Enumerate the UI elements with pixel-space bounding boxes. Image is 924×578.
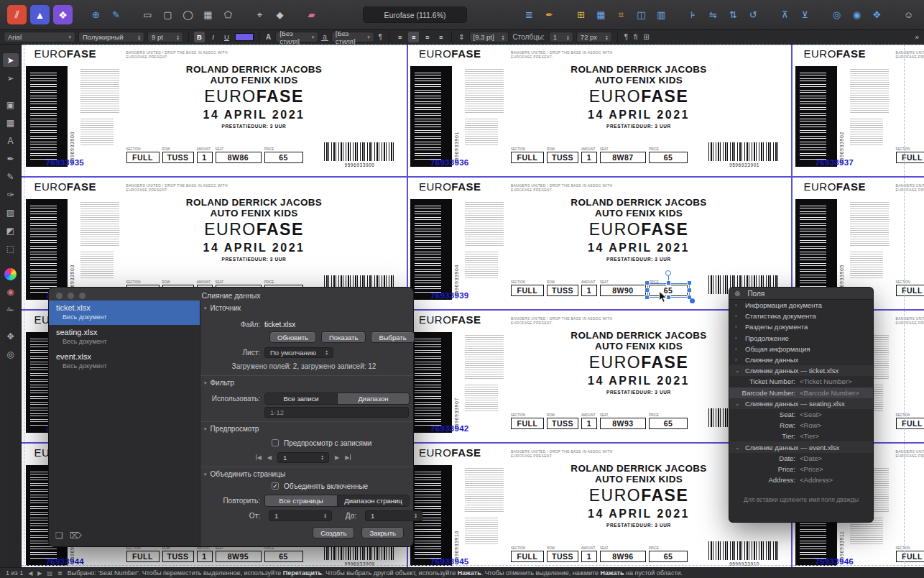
color-wheel-icon[interactable]: ●: [4, 268, 17, 280]
knife-tool[interactable]: ✁: [3, 303, 19, 316]
range-segment[interactable]: Диапазон: [337, 393, 409, 404]
gradient-tool[interactable]: ▨: [3, 206, 19, 219]
field-row[interactable]: Seat: <Seat>: [729, 409, 873, 420]
pan-view-icon[interactable]: ✥: [869, 6, 885, 23]
droplet-icon[interactable]: ◆: [272, 6, 288, 23]
source-item[interactable]: event.xlsx Весь документ: [49, 349, 200, 374]
user-account-icon[interactable]: ☺: [900, 6, 917, 23]
pen-settings-icon[interactable]: ✒: [541, 6, 558, 23]
ticket-price-box[interactable]: 65: [649, 551, 688, 562]
fields-group-collapsed[interactable]: › Статистика документа: [729, 311, 873, 321]
snap-manager-icon[interactable]: ⊞: [573, 6, 589, 23]
ticket-price-box[interactable]: 65: [649, 418, 688, 429]
merge-included-checkbox[interactable]: ✓: [272, 482, 279, 490]
fields-group-collapsed[interactable]: › Слияние данных: [729, 354, 873, 365]
field-row[interactable]: Date: <Date>: [729, 453, 873, 464]
publisher-persona-icon[interactable]: ▲: [30, 5, 50, 24]
ticket-seat-box[interactable]: 8W90: [600, 285, 646, 296]
text-wrap-icon[interactable]: ≣: [521, 6, 537, 23]
bold-button[interactable]: B: [194, 32, 205, 42]
column-width-input[interactable]: 72 px ▴▾: [576, 32, 612, 42]
color-sampler-icon[interactable]: ◉: [3, 285, 19, 298]
delete-source-icon[interactable]: ⌦: [70, 531, 82, 541]
ticket-amount-box[interactable]: 1: [581, 418, 597, 429]
selection-handle[interactable]: [667, 281, 670, 285]
picture-frame-tool[interactable]: ▣: [3, 98, 19, 111]
ticket-row-box[interactable]: TUSS: [547, 551, 578, 562]
snap-guides-icon[interactable]: ⌗: [613, 6, 629, 23]
font-weight-select[interactable]: Полужирный ▴▾: [78, 32, 144, 42]
field-row[interactable]: Row: <Row>: [729, 420, 873, 431]
next-page-icon[interactable]: ▶: [37, 570, 42, 577]
ticket-section-box[interactable]: FULL: [896, 152, 924, 163]
field-row[interactable]: Tier: <Tier>: [729, 431, 873, 441]
frame-rect-icon[interactable]: ▭: [139, 6, 156, 23]
ticket-row-box[interactable]: TUSS: [162, 152, 194, 163]
align-icon[interactable]: ⊧: [685, 6, 701, 23]
close-icon[interactable]: ⊗: [734, 290, 740, 298]
ticket-amount-box[interactable]: 1: [581, 285, 597, 296]
text-tool[interactable]: A: [3, 134, 19, 147]
frame-ellipse-icon[interactable]: ◯: [180, 6, 196, 23]
selection-handle[interactable]: [645, 295, 649, 299]
ticket-section-box[interactable]: FULL: [896, 551, 924, 562]
ticket-section-box[interactable]: FULL: [511, 152, 544, 163]
more-options-icon[interactable]: »: [913, 33, 920, 41]
frame-grid-icon[interactable]: ▦: [200, 6, 216, 23]
page-range-segment[interactable]: Диапазон страниц: [337, 495, 409, 506]
prev-record-icon[interactable]: ◀: [267, 454, 272, 461]
ticket-section-box[interactable]: FULL: [511, 418, 544, 429]
ticket[interactable]: EUROFASE 9596933901 BANGERS UNITED / DRO…: [409, 45, 793, 178]
all-pages-segment[interactable]: Все страницы: [265, 495, 337, 506]
baseline-handle[interactable]: [690, 298, 695, 303]
leading-input[interactable]: [9.3 pt] ▴▾: [469, 32, 509, 42]
pin-icon[interactable]: ⌖: [251, 6, 268, 23]
order-back-icon[interactable]: ⊻: [797, 6, 813, 23]
rotate-ccw-icon[interactable]: ↺: [745, 6, 762, 23]
ticket-seat-box[interactable]: 8W86: [216, 152, 262, 163]
app-logo-icon[interactable]: ⫽: [7, 5, 27, 24]
ticket-price-box[interactable]: 65: [649, 152, 688, 163]
ticket-amount-box[interactable]: 1: [581, 551, 597, 562]
selection-handle[interactable]: [688, 281, 691, 285]
ticket-amount-box[interactable]: 1: [197, 551, 213, 562]
fields-group-collapsed[interactable]: › Общая информация: [729, 344, 873, 354]
first-record-icon[interactable]: ◀: [256, 454, 262, 461]
fields-group-collapsed[interactable]: › Информация документа: [729, 300, 873, 311]
paragraph-style-select[interactable]: [Без стиля]▾: [331, 32, 374, 42]
selection-handle[interactable]: [645, 281, 649, 285]
ticket-amount-box[interactable]: 1: [581, 152, 597, 163]
fields-group-collapsed[interactable]: › Разделы документа: [729, 321, 873, 332]
flip-horizontal-icon[interactable]: ⇋: [705, 6, 721, 23]
snap-candidates-icon[interactable]: ▥: [653, 6, 670, 23]
fields-group-collapsed[interactable]: › Продолжение: [729, 333, 873, 344]
ticket-seat-box[interactable]: 8W95: [216, 551, 262, 562]
fields-group-expanded[interactable]: ⌄ Слияние данных — ticket.xlsx: [729, 365, 873, 376]
next-record-icon[interactable]: ▶: [335, 454, 339, 461]
section-filter[interactable]: ▾ Фильтр: [204, 379, 234, 387]
ticket-row-box[interactable]: TUSS: [162, 551, 194, 562]
zoom-view-icon[interactable]: ◎: [828, 6, 845, 23]
source-item[interactable]: seating.xlsx Весь документ: [49, 325, 200, 349]
node-tool[interactable]: ➢: [3, 71, 19, 85]
align-justify-button[interactable]: ≡: [435, 32, 446, 42]
preview-records-checkbox[interactable]: [272, 439, 279, 446]
create-button[interactable]: Создать: [313, 527, 354, 538]
show-invisibles-icon[interactable]: ¶: [623, 33, 629, 41]
show-button[interactable]: Показать: [321, 331, 366, 343]
sheet-select[interactable]: По умолчанию ▴▾: [264, 347, 333, 358]
prev-page-icon[interactable]: ◀: [28, 570, 32, 577]
ticket-seat-box[interactable]: 8W93: [600, 418, 646, 429]
align-left-button[interactable]: ≡: [394, 32, 405, 42]
ticket-section-box[interactable]: FULL: [896, 418, 924, 429]
frame-rounded-icon[interactable]: ▢: [160, 6, 176, 23]
ticket[interactable]: EUROFASE 9596933900 BANGERS UNITED / DRO…: [24, 45, 409, 178]
selection-handle[interactable]: [688, 288, 691, 292]
transparency-tool[interactable]: ◩: [3, 224, 19, 237]
italic-button[interactable]: I: [208, 32, 218, 42]
list-view-icon[interactable]: ≣: [57, 570, 63, 577]
ticket-row-box[interactable]: TUSS: [547, 285, 578, 296]
add-source-icon[interactable]: ❏: [55, 531, 63, 541]
move-tool[interactable]: ➤: [3, 53, 19, 67]
ticket-seat-box[interactable]: 8W87: [600, 152, 646, 163]
